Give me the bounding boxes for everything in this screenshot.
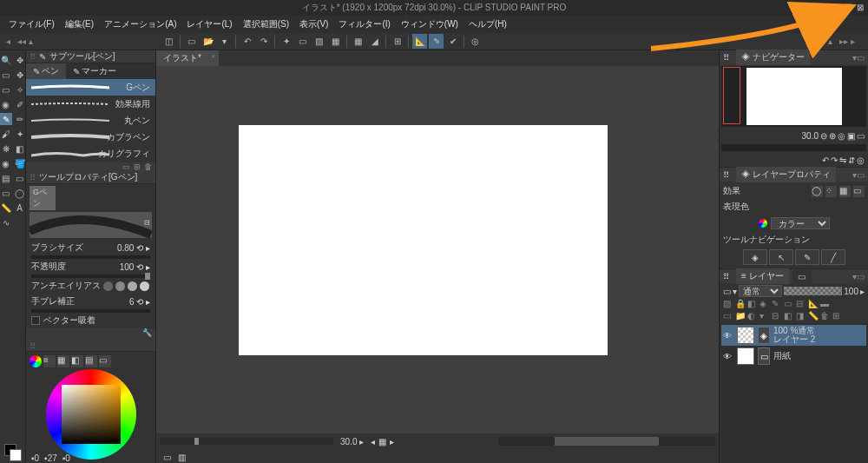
toolnav-brush-icon[interactable]: ✎: [795, 249, 819, 265]
visibility-icon[interactable]: 👁: [723, 331, 733, 341]
blend-mode-select[interactable]: 通常: [739, 285, 782, 297]
zoom-slider[interactable]: [160, 438, 333, 445]
text-tool-icon[interactable]: A: [14, 202, 26, 214]
menu-layer[interactable]: レイヤー(L): [181, 17, 237, 32]
menu-select[interactable]: 選択範囲(S): [238, 17, 294, 32]
menu-help[interactable]: ヘルプ(H): [464, 17, 512, 32]
subtool-panel-header[interactable]: ⠿✎ サブツール[ペン]: [26, 50, 155, 63]
nav-zoomin-icon[interactable]: ⊕: [829, 131, 836, 141]
line-correct-tool-icon[interactable]: ∿: [0, 216, 12, 228]
navigator-viewport-rect[interactable]: [723, 67, 740, 124]
deco-tool-icon[interactable]: ❋: [0, 142, 12, 155]
brush-tool-icon[interactable]: 🖌: [0, 128, 12, 140]
move-tool-icon[interactable]: ✥: [14, 54, 26, 66]
toolnav-line-icon[interactable]: ╱: [821, 249, 845, 265]
menu-animation[interactable]: アニメーション(A): [99, 17, 181, 32]
panel-menu-icon[interactable]: ▾▭: [849, 272, 868, 281]
navigator-zoom-slider[interactable]: [721, 144, 866, 151]
aa-mid[interactable]: [128, 281, 137, 291]
brush-size-row[interactable]: ブラシサイズ0.80 ⟲ ▸: [26, 240, 155, 255]
merge-icon[interactable]: ⊟: [772, 311, 782, 321]
brush-menu-icon[interactable]: ⊞: [134, 162, 141, 171]
layer-search-tab[interactable]: ▭: [792, 270, 812, 283]
brush-rough[interactable]: ざらつきペン: [26, 162, 155, 162]
colorslider-tab-icon[interactable]: ≡: [43, 355, 56, 367]
nav-rot-left-icon[interactable]: ↶: [822, 155, 829, 165]
clip-icon[interactable]: ◧: [747, 299, 758, 309]
toolproperty-header[interactable]: ⠿ ツールプロパティ[Gペン]: [26, 171, 155, 184]
brush-effect[interactable]: 効果線用: [26, 96, 155, 112]
nav-100-icon[interactable]: ▣: [847, 131, 855, 141]
layercolor-icon[interactable]: ▬: [820, 299, 831, 309]
mask-create-icon[interactable]: ◧: [784, 311, 794, 321]
nav-fit-icon[interactable]: ◎: [838, 131, 845, 141]
marquee-tool-icon[interactable]: ▭: [0, 83, 12, 96]
canvas-tab[interactable]: イラスト*×: [156, 50, 219, 66]
stabilize-slider[interactable]: [31, 309, 150, 313]
navigator-preview[interactable]: [721, 66, 866, 127]
border-effect-icon[interactable]: ◯: [812, 186, 823, 197]
airbrush-tool-icon[interactable]: ✦: [14, 128, 26, 140]
tone-effect-icon[interactable]: ⁘: [825, 186, 837, 197]
layer-opacity-value[interactable]: 100: [844, 287, 858, 296]
layer-thumbnail[interactable]: [737, 327, 754, 344]
figure-tool-icon[interactable]: ▭: [14, 172, 26, 184]
save-icon[interactable]: ▾: [217, 34, 232, 49]
ruler-create-icon[interactable]: 📏: [808, 311, 819, 321]
menu-window[interactable]: ウィンドウ(W): [396, 17, 464, 32]
show-select-icon[interactable]: ▦: [328, 34, 343, 49]
deselect-icon[interactable]: ▭: [295, 34, 310, 49]
ruler-show-icon[interactable]: 📐: [808, 299, 819, 309]
panel-menu-icon[interactable]: ▾▭: [849, 53, 868, 63]
layer-tab[interactable]: ≡ レイヤー: [736, 268, 789, 284]
nav-reset-icon[interactable]: ◎: [857, 155, 865, 165]
lock-icon[interactable]: 🔒: [735, 299, 746, 309]
brush-calligraphy[interactable]: カリグラフィ: [26, 145, 155, 162]
nav-flip-v-icon[interactable]: ⇵: [848, 155, 855, 165]
nav-zoom-value[interactable]: 30.0: [802, 131, 819, 141]
toolnav-pointer-icon[interactable]: ↖: [769, 249, 793, 265]
brush-gpen[interactable]: Gペン: [26, 79, 155, 96]
preset-label[interactable]: Gペン: [30, 186, 56, 210]
history-tab-icon[interactable]: ▭: [99, 355, 111, 367]
brush-curve-preview[interactable]: ⊟: [30, 212, 152, 238]
nav-rot-right-icon[interactable]: ↷: [831, 155, 838, 165]
color-panel-header[interactable]: ⠿: [26, 341, 155, 352]
brush-size-slider[interactable]: [31, 255, 150, 259]
aa-none[interactable]: [103, 281, 113, 291]
aa-strong[interactable]: [140, 281, 149, 291]
nav-actual-icon[interactable]: ▭: [857, 131, 865, 141]
layer-view-icon[interactable]: ▭: [723, 287, 731, 296]
eyedropper-tool-icon[interactable]: ✐: [14, 98, 26, 110]
layer-thumbnail[interactable]: [737, 347, 754, 365]
ruler-icon[interactable]: ◢: [367, 34, 382, 49]
brush-round[interactable]: 丸ペン: [26, 112, 155, 129]
close-tab-icon[interactable]: ×: [211, 52, 215, 60]
canvas[interactable]: [239, 125, 608, 355]
colorset-tab-icon[interactable]: ▦: [57, 355, 69, 367]
maximize-button[interactable]: ☐: [842, 1, 854, 13]
fill-tool-icon[interactable]: 🪣: [14, 157, 26, 169]
pencil-tool-icon[interactable]: ✏: [14, 113, 26, 125]
lasso-tool-icon[interactable]: ◉: [0, 98, 12, 110]
snap-special-icon[interactable]: ✎: [429, 34, 444, 49]
navigator-tab[interactable]: ◈ ナビゲーター: [736, 50, 810, 65]
intermediate-tab-icon[interactable]: ◧: [71, 355, 83, 367]
ref-icon[interactable]: ◈: [760, 299, 770, 309]
draft-icon[interactable]: ✎: [772, 299, 782, 309]
tab-marker[interactable]: ✎マーカー: [66, 63, 123, 79]
new-icon[interactable]: ▭: [184, 34, 199, 49]
mask-apply-icon[interactable]: ◨: [796, 311, 806, 321]
clipstudio-icon[interactable]: ◫: [161, 34, 176, 49]
undo-icon[interactable]: ↶: [240, 34, 254, 49]
visibility-icon[interactable]: 👁: [723, 352, 733, 361]
delete-brush-icon[interactable]: 🗑: [144, 162, 152, 171]
lock-transparent-icon[interactable]: ▨: [723, 299, 733, 309]
layer-move-tool-icon[interactable]: ✥: [14, 69, 26, 81]
balloon-tool-icon[interactable]: ◯: [14, 187, 26, 199]
mask-link-icon[interactable]: ⊟: [796, 299, 806, 309]
delete-layer-icon[interactable]: 🗑: [820, 311, 831, 321]
new-layer-icon[interactable]: ▭: [723, 311, 733, 321]
cells-icon[interactable]: ▭: [163, 453, 171, 462]
nav-zoomout-icon[interactable]: ⊖: [820, 131, 827, 141]
